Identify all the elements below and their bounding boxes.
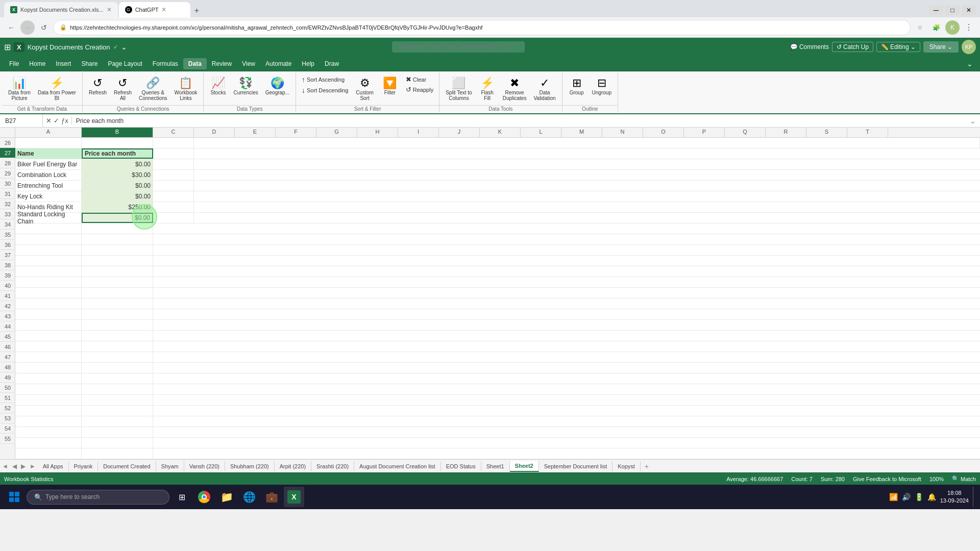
cell-rest-32[interactable] bbox=[194, 202, 980, 212]
row-header-34[interactable]: 34 bbox=[0, 219, 15, 230]
sheet-tab-arpit[interactable]: Arpit (220) bbox=[275, 461, 311, 471]
cell-A41[interactable] bbox=[15, 298, 82, 309]
menu-review[interactable]: Review bbox=[207, 58, 237, 69]
catch-up-button[interactable]: ↺ Catch Up bbox=[832, 42, 873, 52]
comments-button[interactable]: 💬 Comments bbox=[790, 43, 829, 51]
tab-excel[interactable]: X Kopyst Documents Creation.xls... ✕ bbox=[4, 2, 118, 17]
battery-icon[interactable]: 🔋 bbox=[915, 493, 923, 501]
cell-B39[interactable] bbox=[82, 277, 153, 287]
cell-rest-27[interactable] bbox=[194, 148, 980, 159]
filter-btn[interactable]: 🔽 Filter bbox=[379, 74, 401, 97]
row-header-28[interactable]: 28 bbox=[0, 158, 15, 168]
cell-A48[interactable] bbox=[15, 373, 82, 384]
row-header-31[interactable]: 31 bbox=[0, 189, 15, 199]
sheet-tab-kopyst[interactable]: Kopyst bbox=[612, 461, 641, 471]
geography-btn[interactable]: 🌍 Geograp... bbox=[262, 74, 292, 97]
cell-rest-46[interactable] bbox=[153, 352, 980, 362]
row-header-32[interactable]: 32 bbox=[0, 199, 15, 209]
cell-A44[interactable] bbox=[15, 331, 82, 341]
col-header-A[interactable]: A bbox=[15, 128, 82, 137]
feedback-link[interactable]: Give Feedback to Microsoft bbox=[853, 476, 921, 482]
cell-B55[interactable] bbox=[82, 448, 153, 459]
row-header-49[interactable]: 49 bbox=[0, 372, 15, 383]
edge-btn[interactable]: 🌐 bbox=[239, 487, 259, 507]
col-header-E[interactable]: E bbox=[235, 128, 276, 137]
cell-rest-26[interactable] bbox=[194, 138, 980, 148]
sheet-scroll-left[interactable]: ◄ bbox=[0, 463, 10, 470]
row-header-26[interactable]: 26 bbox=[0, 138, 15, 148]
col-header-H[interactable]: H bbox=[357, 128, 398, 137]
row-header-53[interactable]: 53 bbox=[0, 413, 15, 423]
cell-A28[interactable]: Biker Fuel Energy Bar bbox=[15, 159, 82, 169]
row-header-40[interactable]: 40 bbox=[0, 281, 15, 291]
confirm-formula-btn[interactable]: ✓ bbox=[54, 117, 59, 124]
tab-chatgpt-close[interactable]: ✕ bbox=[161, 6, 166, 13]
cell-B29[interactable]: $30.00 bbox=[82, 170, 153, 180]
row-header-33[interactable]: 33 bbox=[0, 209, 15, 219]
profile-icon[interactable]: K bbox=[945, 20, 960, 35]
menu-data[interactable]: Data bbox=[183, 58, 207, 69]
cell-A46[interactable] bbox=[15, 352, 82, 362]
custom-sort-btn[interactable]: ⚙ CustomSort bbox=[353, 74, 376, 103]
cell-A30[interactable]: Entrenching Tool bbox=[15, 181, 82, 191]
bookmark-icon[interactable]: ☆ bbox=[913, 20, 927, 35]
cell-A36[interactable] bbox=[15, 245, 82, 255]
sheet-tab-srashti[interactable]: Srashti (220) bbox=[311, 461, 354, 471]
extensions-icon[interactable]: 🧩 bbox=[929, 20, 943, 35]
menu-insert[interactable]: Insert bbox=[51, 58, 76, 69]
stocks-btn[interactable]: 📈 Stocks bbox=[207, 74, 229, 97]
refresh-all-btn[interactable]: ↺ RefreshAll bbox=[111, 74, 135, 103]
cell-B38[interactable] bbox=[82, 266, 153, 277]
window-minimize[interactable]: ─ bbox=[929, 5, 943, 15]
menu-file[interactable]: File bbox=[4, 58, 24, 69]
cell-A51[interactable] bbox=[15, 406, 82, 416]
cell-A39[interactable] bbox=[15, 277, 82, 287]
cell-C29[interactable] bbox=[153, 170, 194, 180]
cell-rest-50[interactable] bbox=[153, 395, 980, 405]
cell-B52[interactable] bbox=[82, 416, 153, 427]
row-header-29[interactable]: 29 bbox=[0, 168, 15, 179]
cell-A53[interactable] bbox=[15, 427, 82, 437]
refresh-btn[interactable]: ↺ Refresh bbox=[86, 74, 110, 97]
cell-rest-53[interactable] bbox=[153, 427, 980, 437]
col-header-J[interactable]: J bbox=[439, 128, 480, 137]
col-header-R[interactable]: R bbox=[766, 128, 806, 137]
cell-C33[interactable] bbox=[153, 213, 194, 223]
cell-B33[interactable]: $0.00 bbox=[82, 213, 153, 223]
col-header-Q[interactable]: Q bbox=[725, 128, 766, 137]
data-from-picture-btn[interactable]: 📊 Data fromPicture bbox=[5, 74, 34, 103]
col-header-M[interactable]: M bbox=[561, 128, 602, 137]
file-explorer-btn[interactable]: 📁 bbox=[216, 487, 237, 507]
more-menu[interactable]: ⋮ bbox=[962, 20, 976, 35]
cell-rest-43[interactable] bbox=[153, 320, 980, 330]
search-bar[interactable]: 🔍 Type here to search bbox=[27, 490, 169, 505]
window-close[interactable]: ✕ bbox=[962, 5, 976, 15]
row-header-46[interactable]: 46 bbox=[0, 342, 15, 352]
cell-rest-39[interactable] bbox=[153, 277, 980, 287]
cell-rest-31[interactable] bbox=[194, 191, 980, 202]
cell-C27[interactable] bbox=[153, 148, 194, 159]
sheet-tab-vansh[interactable]: Vansh (220) bbox=[184, 461, 225, 471]
cell-A37[interactable] bbox=[15, 256, 82, 266]
row-header-48[interactable]: 48 bbox=[0, 362, 15, 372]
tab-chatgpt[interactable]: G ChatGPT ✕ bbox=[119, 2, 190, 17]
clear-btn[interactable]: ✖ Clear bbox=[403, 74, 436, 84]
cell-A40[interactable] bbox=[15, 288, 82, 298]
cell-B50[interactable] bbox=[82, 395, 153, 405]
title-search-input[interactable] bbox=[392, 41, 525, 53]
cell-A34[interactable] bbox=[15, 223, 82, 234]
remove-duplicates-btn[interactable]: ✖ RemoveDuplicates bbox=[500, 74, 530, 103]
row-header-54[interactable]: 54 bbox=[0, 423, 15, 434]
row-header-27[interactable]: 27 bbox=[0, 148, 15, 158]
cell-B34[interactable] bbox=[82, 223, 153, 234]
flash-fill-btn[interactable]: ⚡ FlashFill bbox=[476, 74, 499, 103]
cell-B46[interactable] bbox=[82, 352, 153, 362]
cancel-formula-btn[interactable]: ✕ bbox=[46, 117, 52, 124]
cell-rest-44[interactable] bbox=[153, 331, 980, 341]
ribbon-collapse[interactable]: ⌄ bbox=[964, 59, 976, 69]
user-avatar[interactable]: KP bbox=[962, 40, 976, 54]
col-header-I[interactable]: I bbox=[398, 128, 439, 137]
cell-B30[interactable]: $0.00 bbox=[82, 181, 153, 191]
notification-icon[interactable]: 🔔 bbox=[927, 493, 936, 501]
teams-btn[interactable]: 💼 bbox=[261, 487, 282, 507]
